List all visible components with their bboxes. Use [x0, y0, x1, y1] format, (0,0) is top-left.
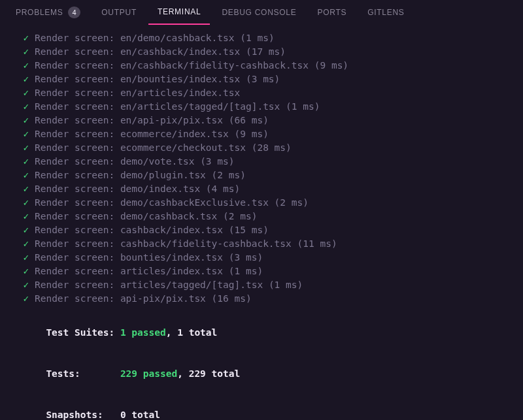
render-time: (11 ms): [297, 238, 337, 249]
render-line: ✓ Render screen: demo/cashbackExclusive.…: [12, 196, 511, 210]
render-prefix: Render screen:: [35, 88, 120, 98]
tab-output[interactable]: OUTPUT: [92, 0, 146, 25]
render-prefix: Render screen:: [35, 142, 120, 153]
render-file: cashback/index.tsx: [120, 225, 223, 235]
render-file: articles/tagged/[tag].tsx: [120, 280, 263, 290]
tab-problems-label: PROBLEMS: [16, 8, 63, 17]
render-time: (15 ms): [229, 225, 269, 235]
render-file: en/articles/index.tsx: [120, 88, 240, 98]
render-prefix: Render screen:: [35, 101, 120, 112]
check-icon: ✓: [23, 115, 29, 125]
check-icon: ✓: [23, 129, 29, 139]
render-file: en/api-pix/pix.tsx: [120, 115, 223, 125]
render-line: ✓ Render screen: ecommerce/checkout.tsx …: [12, 141, 511, 155]
render-time: (1 ms): [240, 33, 274, 43]
check-icon: ✓: [23, 225, 29, 235]
render-file: demo/vote.tsx: [120, 156, 195, 167]
render-time: (1 ms): [286, 101, 320, 112]
render-time: (3 ms): [200, 156, 234, 167]
render-time: (2 ms): [212, 170, 246, 180]
render-time: (16 ms): [212, 293, 252, 304]
render-line: ✓ Render screen: en/articles/tagged/[tag…: [12, 100, 511, 114]
render-line: ✓ Render screen: en/cashback/fidelity-ca…: [12, 59, 511, 73]
problems-badge: 4: [68, 7, 80, 18]
suites-total: , 1 total: [166, 327, 218, 338]
check-icon: ✓: [23, 211, 29, 221]
render-prefix: Render screen:: [35, 46, 120, 57]
render-prefix: Render screen:: [35, 211, 120, 221]
render-prefix: Render screen:: [35, 280, 120, 290]
tests-total: , 229 total: [177, 368, 240, 379]
render-time: (3 ms): [246, 74, 280, 84]
render-time: (9 ms): [314, 60, 348, 71]
render-time: (2 ms): [275, 197, 309, 208]
render-file: demo/index.tsx: [120, 184, 200, 194]
check-icon: ✓: [23, 280, 29, 290]
render-file: ecommerce/checkout.tsx: [120, 142, 246, 153]
snapshots-value: 0 total: [120, 410, 160, 420]
render-lines: ✓ Render screen: en/demo/cashback.tsx (1…: [12, 31, 511, 306]
render-file: en/bounties/index.tsx: [120, 74, 240, 84]
render-time: (28 ms): [252, 142, 292, 153]
render-line: ✓ Render screen: demo/index.tsx (4 ms): [12, 182, 511, 196]
check-icon: ✓: [23, 74, 29, 84]
render-prefix: Render screen:: [35, 184, 120, 194]
check-icon: ✓: [23, 142, 29, 153]
check-icon: ✓: [23, 101, 29, 112]
render-line: ✓ Render screen: en/cashback/index.tsx (…: [12, 45, 511, 59]
check-icon: ✓: [23, 46, 29, 57]
render-prefix: Render screen:: [35, 266, 120, 276]
render-time: (4 ms): [206, 184, 240, 194]
tab-ports-label: PORTS: [317, 8, 346, 17]
render-line: ✓ Render screen: demo/cashback.tsx (2 ms…: [12, 210, 511, 223]
check-icon: ✓: [23, 156, 29, 167]
render-file: en/cashback/index.tsx: [120, 46, 240, 57]
tab-gitlens-label: GITLENS: [367, 8, 404, 17]
check-icon: ✓: [23, 60, 29, 71]
render-time: (66 ms): [229, 115, 269, 125]
render-file: demo/cashback.tsx: [120, 211, 217, 221]
render-time: (17 ms): [246, 46, 286, 57]
tests-label: Tests:: [46, 368, 120, 379]
snapshots-label: Snapshots:: [46, 410, 120, 420]
render-file: en/demo/cashback.tsx: [120, 33, 235, 43]
render-prefix: Render screen:: [35, 293, 120, 304]
render-file: ecommerce/index.tsx: [120, 129, 229, 139]
render-line: ✓ Render screen: api-pix/pix.tsx (16 ms): [12, 292, 511, 306]
render-prefix: Render screen:: [35, 225, 120, 235]
render-file: demo/plugin.tsx: [120, 170, 206, 180]
render-prefix: Render screen:: [35, 252, 120, 263]
check-icon: ✓: [23, 252, 29, 263]
render-prefix: Render screen:: [35, 170, 120, 180]
tab-debug-label: DEBUG CONSOLE: [222, 8, 296, 17]
check-icon: ✓: [23, 88, 29, 98]
render-line: ✓ Render screen: articles/tagged/[tag].t…: [12, 278, 511, 292]
tab-terminal[interactable]: TERMINAL: [148, 0, 210, 25]
render-line: ✓ Render screen: en/demo/cashback.tsx (1…: [12, 31, 511, 45]
terminal-output[interactable]: ✓ Render screen: en/demo/cashback.tsx (1…: [0, 25, 523, 420]
tab-gitlens[interactable]: GITLENS: [358, 0, 413, 25]
tab-problems[interactable]: PROBLEMS 4: [7, 0, 90, 25]
render-time: (2 ms): [223, 211, 257, 221]
render-file: articles/index.tsx: [120, 266, 223, 276]
render-file: en/articles/tagged/[tag].tsx: [120, 101, 280, 112]
render-file: api-pix/pix.tsx: [120, 293, 206, 304]
render-line: ✓ Render screen: en/api-pix/pix.tsx (66 …: [12, 114, 511, 127]
check-icon: ✓: [23, 197, 29, 208]
check-icon: ✓: [23, 170, 29, 180]
tab-terminal-label: TERMINAL: [158, 7, 201, 16]
tab-output-label: OUTPUT: [101, 8, 137, 17]
render-file: bounties/index.tsx: [120, 252, 223, 263]
render-time: (1 ms): [229, 266, 263, 276]
render-line: ✓ Render screen: ecommerce/index.tsx (9 …: [12, 127, 511, 141]
render-line: ✓ Render screen: en/bounties/index.tsx (…: [12, 73, 511, 86]
render-file: en/cashback/fidelity-cashback.tsx: [120, 60, 309, 71]
render-prefix: Render screen:: [35, 238, 120, 249]
tests-passed: 229 passed: [120, 368, 177, 379]
tab-ports[interactable]: PORTS: [308, 0, 356, 25]
tab-debug-console[interactable]: DEBUG CONSOLE: [212, 0, 305, 25]
render-time: (1 ms): [269, 280, 303, 290]
suites-label: Test Suites:: [46, 327, 120, 338]
check-icon: ✓: [23, 293, 29, 304]
check-icon: ✓: [23, 238, 29, 249]
